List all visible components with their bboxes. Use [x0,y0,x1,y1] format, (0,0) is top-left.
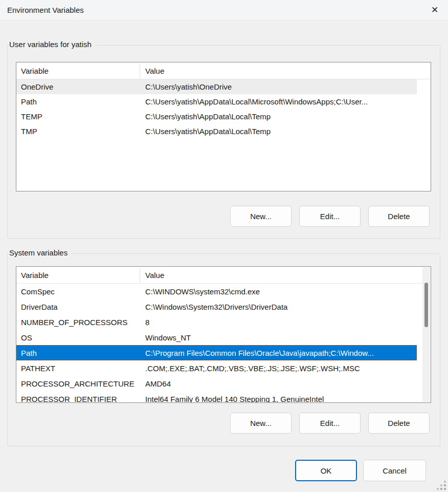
table-row-comspec[interactable]: ComSpec C:\WINDOWS\system32\cmd.exe [16,284,417,299]
column-header-variable[interactable]: Variable [21,267,139,284]
user-list-body: OneDrive C:\Users\yatish\OneDrive Path C… [16,79,431,139]
table-row-onedrive[interactable]: OneDrive C:\Users\yatish\OneDrive [16,79,417,94]
table-row-path-selected[interactable]: Path C:\Program Files\Common Files\Oracl… [16,345,417,360]
column-header-value[interactable]: Value [145,267,411,284]
variable-name: Path [21,94,140,109]
variable-name: OS [21,330,140,345]
variable-name: PROCESSOR_IDENTIFIER [21,391,140,403]
variable-value: Windows_NT [145,330,417,345]
variable-name: OneDrive [21,79,140,94]
system-new-button[interactable]: New... [230,413,292,434]
variable-name: ComSpec [21,284,140,299]
variable-value: C:\Users\yatish\AppData\Local\Temp [145,124,417,139]
variable-value: C:\Windows\System32\Drivers\DriverData [145,299,417,314]
table-row-number-of-processors[interactable]: NUMBER_OF_PROCESSORS 8 [16,314,417,330]
table-row-tmp[interactable]: TMP C:\Users\yatish\AppData\Local\Temp [16,124,417,139]
system-list-header: Variable Value [16,267,431,284]
user-edit-button[interactable]: Edit... [299,206,361,227]
user-list-header: Variable Value [16,62,431,79]
title-bar: Environment Variables [0,0,448,20]
table-row-pathext[interactable]: PATHEXT .COM;.EXE;.BAT;.CMD;.VBS;.VBE;.J… [16,360,417,376]
variable-name: Path [21,345,140,360]
table-row-path[interactable]: Path C:\Users\yatish\AppData\Local\Micro… [16,94,417,109]
window-title: Environment Variables [7,6,84,14]
variable-value: C:\WINDOWS\system32\cmd.exe [145,284,417,299]
variable-name: NUMBER_OF_PROCESSORS [21,314,140,330]
column-header-variable[interactable]: Variable [21,62,139,79]
variable-value: C:\Users\yatish\AppData\Local\Temp [145,109,417,124]
close-button[interactable]: ✕ [425,3,444,17]
close-icon: ✕ [431,5,438,15]
variable-name: TMP [21,124,140,139]
ok-button[interactable]: OK [295,460,357,481]
variable-name: PROCESSOR_ARCHITECTURE [21,376,140,391]
system-edit-button[interactable]: Edit... [299,413,361,434]
variable-name: PATHEXT [21,360,140,376]
system-delete-button[interactable]: Delete [368,413,430,434]
cancel-button[interactable]: Cancel [363,460,426,481]
variable-value: C:\Users\yatish\OneDrive [145,79,417,94]
variable-value: AMD64 [145,376,417,391]
system-variables-list[interactable]: Variable Value ComSpec C:\WINDOWS\system… [16,266,431,403]
resize-grip-icon[interactable] [435,479,446,490]
table-row-driverdata[interactable]: DriverData C:\Windows\System32\Drivers\D… [16,299,417,314]
user-delete-button[interactable]: Delete [368,206,430,227]
table-row-processor-architecture[interactable]: PROCESSOR_ARCHITECTURE AMD64 [16,376,417,391]
table-row-os[interactable]: OS Windows_NT [16,330,417,345]
variable-value: C:\Program Files\Common Files\Oracle\Jav… [145,345,417,360]
table-row-processor-identifier[interactable]: PROCESSOR_IDENTIFIER Intel64 Family 6 Mo… [16,391,417,403]
scrollbar-thumb[interactable] [424,283,428,327]
variable-value: .COM;.EXE;.BAT;.CMD;.VBS;.VBE;.JS;.JSE;.… [145,360,417,376]
column-header-value[interactable]: Value [145,62,411,79]
variable-value: C:\Users\yatish\AppData\Local\Microsoft\… [145,94,417,109]
variable-name: DriverData [21,299,140,314]
vertical-scrollbar[interactable] [422,267,430,402]
variable-value: 8 [145,314,417,330]
table-row-temp[interactable]: TEMP C:\Users\yatish\AppData\Local\Temp [16,109,417,124]
variable-value: Intel64 Family 6 Model 140 Stepping 1, G… [145,391,417,403]
variable-name: TEMP [21,109,140,124]
user-variables-list[interactable]: Variable Value OneDrive C:\Users\yatish\… [16,62,431,191]
user-new-button[interactable]: New... [230,206,292,227]
system-variables-label: System variables [9,248,71,257]
column-divider[interactable] [140,268,140,283]
user-variables-label: User variables for yatish [9,40,95,49]
column-divider[interactable] [140,63,140,78]
system-list-body: ComSpec C:\WINDOWS\system32\cmd.exe Driv… [16,284,431,403]
